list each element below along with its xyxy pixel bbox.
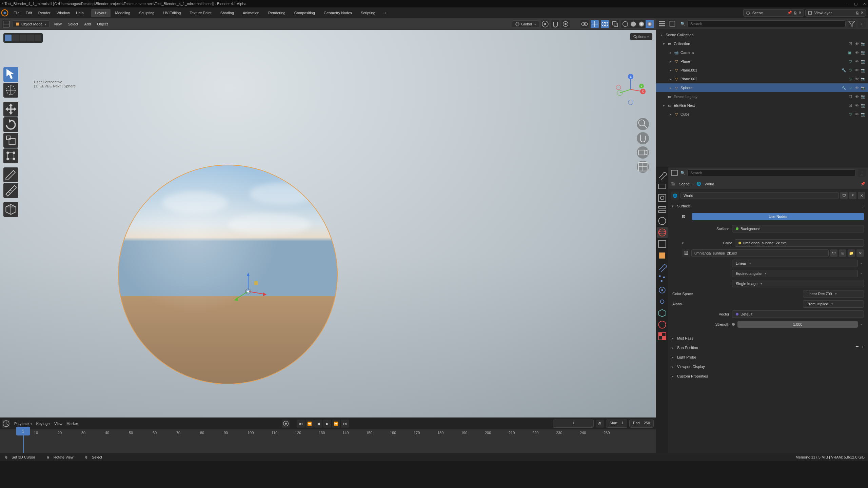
render-icon[interactable]: 📷 (861, 77, 866, 81)
tab-geonodes[interactable]: Geometry Nodes (320, 9, 356, 17)
proptab-constraints[interactable] (657, 296, 668, 307)
ortho-gizmo-icon[interactable] (637, 161, 649, 173)
render-icon[interactable]: 📷 (861, 42, 866, 46)
keyframe-next-icon[interactable]: ⏩ (332, 420, 340, 428)
proptab-collection[interactable] (657, 239, 668, 249)
timeline-track[interactable]: 1 10203040506070809010011012013014015016… (0, 429, 656, 453)
tree-scene-collection[interactable]: ▫ Scene Collection (656, 30, 868, 39)
properties-search[interactable] (687, 169, 856, 176)
tool-select-box[interactable] (3, 67, 18, 82)
new-image-icon[interactable]: ⎘ (839, 249, 846, 257)
tree-eevee-next[interactable]: ▾ ▭ EEVEE Next ☑👁📷 (656, 101, 868, 110)
tab-layout[interactable]: Layout (91, 9, 111, 17)
shading-rendered[interactable] (646, 20, 654, 28)
eye-icon[interactable]: 👁 (854, 68, 860, 73)
editor-type-icon[interactable] (2, 20, 10, 28)
tree-plane001[interactable]: ▸ ▽ Plane.001 🔧 ▽ 👁📷 (656, 66, 868, 75)
tab-uv[interactable]: UV Editing (159, 9, 185, 17)
blender-logo-icon[interactable] (0, 8, 9, 18)
alpha-select[interactable]: Premultiplied (803, 300, 864, 308)
proptab-modifiers[interactable] (657, 262, 668, 272)
interpolation-select[interactable]: Linear (732, 260, 858, 267)
start-frame-field[interactable]: Start1 (606, 420, 627, 428)
viewport-options-button[interactable]: Options (630, 33, 652, 40)
props-options-icon[interactable]: ⋮ (858, 169, 866, 177)
checkbox-icon[interactable]: ☐ (848, 95, 853, 99)
close-icon[interactable]: ✕ (863, 2, 866, 6)
tree-sphere[interactable]: ▸ ▽ Sphere 🔧 ▽ 👁📷 (656, 83, 868, 92)
breadcrumb-scene[interactable]: Scene (679, 182, 690, 186)
proptab-object[interactable] (657, 250, 668, 261)
tool-transform[interactable] (3, 148, 18, 163)
tab-modeling[interactable]: Modeling (111, 9, 135, 17)
timeline-editor-icon[interactable] (2, 420, 10, 428)
xray-toggle[interactable] (611, 20, 619, 28)
viewlayer-selector[interactable]: ViewLayer ⎘ ✕ (805, 9, 866, 17)
tree-eevee-legacy[interactable]: ▭ Eevee Legacy ☐👁📷 (656, 92, 868, 101)
eye-icon[interactable]: 👁 (854, 86, 860, 90)
end-frame-field[interactable]: End250 (629, 420, 654, 428)
zoom-gizmo-icon[interactable] (637, 118, 649, 130)
shading-matpreview[interactable] (637, 20, 646, 28)
animate-dot-icon[interactable]: • (861, 322, 864, 326)
tab-shading[interactable]: Shading (216, 9, 238, 17)
panel-menu-icon[interactable]: ⋮ (861, 204, 865, 208)
tool-annotate[interactable] (3, 167, 18, 182)
tool-cursor[interactable] (3, 83, 18, 98)
vector-value[interactable]: Default (732, 310, 864, 318)
pin-icon[interactable]: 📌 (861, 182, 865, 186)
tree-plane[interactable]: ▸ ▽ Plane ▽ 👁📷 (656, 57, 868, 66)
checkbox-icon[interactable]: ☑ (848, 42, 853, 46)
delete-layer-icon[interactable]: ✕ (861, 11, 864, 15)
timeline-playback[interactable]: Playback (14, 422, 32, 426)
render-icon[interactable]: 📷 (861, 103, 866, 108)
viewport-3d[interactable]: Options User Perspective (1) EEVEE Next … (0, 30, 656, 418)
menu-file[interactable]: File (11, 9, 22, 17)
snap-toggle[interactable] (551, 20, 559, 28)
select-mode-1[interactable] (5, 35, 12, 41)
props-editor-icon[interactable] (670, 169, 678, 177)
new-collection-icon[interactable]: + (858, 20, 866, 28)
panel-surface[interactable]: ▾Surface ⋮ (668, 201, 868, 211)
tool-measure[interactable] (3, 183, 18, 198)
maximize-icon[interactable]: ▢ (854, 2, 857, 6)
menu-help[interactable]: Help (73, 9, 86, 17)
current-frame-field[interactable]: 1 (553, 420, 594, 428)
tree-plane002[interactable]: ▸ ▽ Plane.002 ▽ 👁📷 (656, 75, 868, 83)
new-world-icon[interactable]: ⎘ (849, 192, 856, 199)
visibility-icon[interactable] (580, 20, 589, 28)
nav-gizmo[interactable]: Z X Y (615, 74, 646, 105)
panel-menu-icon[interactable]: ⋮ (861, 346, 865, 350)
tab-sculpting[interactable]: Sculpting (135, 9, 158, 17)
gizmo-toggle[interactable] (591, 20, 599, 28)
proptab-texture[interactable] (657, 331, 668, 342)
tree-collection[interactable]: ▾ ▭ Collection ☑👁📷 (656, 39, 868, 48)
timer-icon[interactable]: ⏱ (596, 420, 604, 428)
eye-icon[interactable]: 👁 (854, 77, 860, 81)
shading-wireframe[interactable] (621, 20, 629, 28)
tab-scripting[interactable]: Scripting (357, 9, 379, 17)
proptab-output[interactable] (657, 192, 668, 203)
menu-render[interactable]: Render (36, 9, 53, 17)
proptab-render[interactable] (657, 181, 668, 192)
proptab-data[interactable] (657, 308, 668, 319)
new-scene-icon[interactable]: ⎘ (794, 11, 796, 15)
checkbox-icon[interactable]: ☑ (848, 103, 853, 108)
tab-animation[interactable]: Animation (239, 9, 263, 17)
tool-move[interactable] (3, 102, 18, 117)
render-icon[interactable]: 📷 (861, 95, 866, 99)
menu-add[interactable]: Add (82, 22, 93, 26)
socket-dot-icon[interactable] (732, 323, 735, 326)
menu-window[interactable]: Window (54, 9, 73, 17)
tool-scale[interactable] (3, 133, 18, 148)
strength-value[interactable]: 1.000 (737, 321, 858, 328)
sphere-object[interactable] (119, 165, 337, 384)
outliner-editor-icon[interactable] (658, 20, 666, 28)
panel-viewport[interactable]: ▸Viewport Display (668, 362, 868, 371)
panel-mist[interactable]: ▸Mist Pass (668, 333, 868, 343)
open-image-icon[interactable]: 📁 (848, 249, 855, 257)
timeline-marker[interactable]: Marker (66, 422, 78, 426)
menu-select[interactable]: Select (66, 22, 80, 26)
panel-custom[interactable]: ▸Custom Properties (668, 371, 868, 381)
new-layer-icon[interactable]: ⎘ (856, 11, 859, 15)
